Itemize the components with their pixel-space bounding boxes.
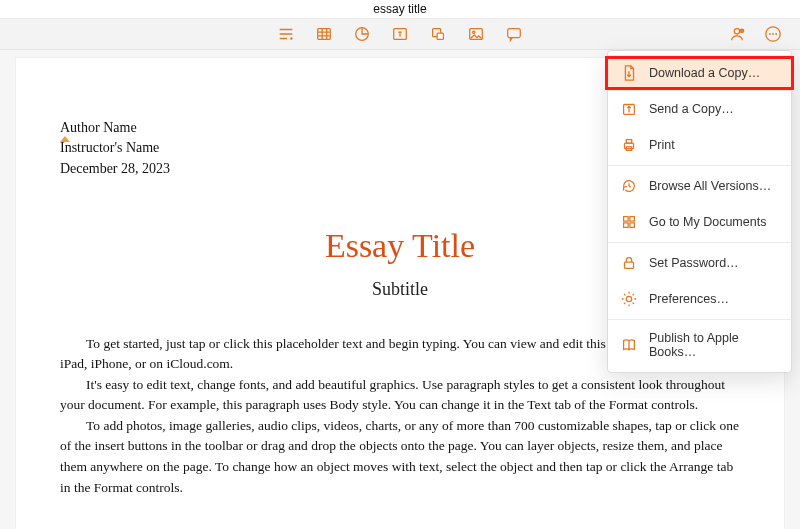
menu-label: Print [649,138,675,152]
text-options-icon[interactable] [277,25,295,43]
menu-item-my-documents[interactable]: Go to My Documents [608,204,791,240]
svg-point-13 [772,33,774,35]
media-icon[interactable] [467,25,485,43]
menu-divider [608,319,791,320]
window-title: essay title [0,0,800,18]
svg-point-9 [734,29,739,34]
shape-icon[interactable] [429,25,447,43]
svg-rect-22 [630,223,635,228]
menu-item-browse-versions[interactable]: Browse All Versions… [608,168,791,204]
toolbar-right-group [728,25,782,43]
svg-point-0 [290,37,292,39]
more-icon[interactable] [764,25,782,43]
menu-item-download-copy[interactable]: Download a Copy… [608,55,791,91]
svg-rect-1 [318,29,331,40]
toolbar [0,18,800,50]
svg-rect-19 [624,217,629,222]
print-icon [620,136,638,154]
gear-icon [620,290,638,308]
window-title-text: essay title [373,2,426,16]
menu-label: Go to My Documents [649,215,766,229]
svg-rect-21 [624,223,629,228]
toolbar-center-group [277,25,523,43]
chart-icon[interactable] [353,25,371,43]
body-paragraph[interactable]: It's easy to edit text, change fonts, an… [60,375,740,416]
comment-icon[interactable] [505,25,523,43]
book-icon [620,336,638,354]
menu-divider [608,242,791,243]
svg-point-12 [769,33,771,35]
download-icon [620,64,638,82]
menu-label: Set Password… [649,256,739,270]
menu-label: Download a Copy… [649,66,760,80]
insertion-caret-marker [60,136,70,142]
svg-rect-23 [625,262,634,268]
menu-label: Preferences… [649,292,729,306]
svg-rect-5 [437,33,443,39]
grid-icon [620,213,638,231]
send-icon [620,100,638,118]
body-paragraph[interactable]: To add photos, image galleries, audio cl… [60,416,740,498]
table-icon[interactable] [315,25,333,43]
menu-label: Browse All Versions… [649,179,771,193]
menu-item-print[interactable]: Print [608,127,791,163]
svg-rect-8 [508,29,521,38]
menu-item-set-password[interactable]: Set Password… [608,245,791,281]
menu-divider [608,165,791,166]
svg-rect-20 [630,217,635,222]
menu-label: Publish to Apple Books… [649,331,779,359]
svg-rect-17 [626,140,631,144]
more-menu: Download a Copy… Send a Copy… Print Brow… [607,50,792,373]
history-icon [620,177,638,195]
svg-point-14 [775,33,777,35]
document-stage: Author Name Instructor's Name December 2… [0,50,800,529]
menu-label: Send a Copy… [649,102,734,116]
menu-item-preferences[interactable]: Preferences… [608,281,791,317]
collaborate-icon[interactable] [728,25,746,43]
text-box-icon[interactable] [391,25,409,43]
lock-icon [620,254,638,272]
menu-item-send-copy[interactable]: Send a Copy… [608,91,791,127]
svg-point-24 [626,296,631,301]
svg-point-7 [473,31,475,33]
menu-item-publish-apple-books[interactable]: Publish to Apple Books… [608,322,791,368]
